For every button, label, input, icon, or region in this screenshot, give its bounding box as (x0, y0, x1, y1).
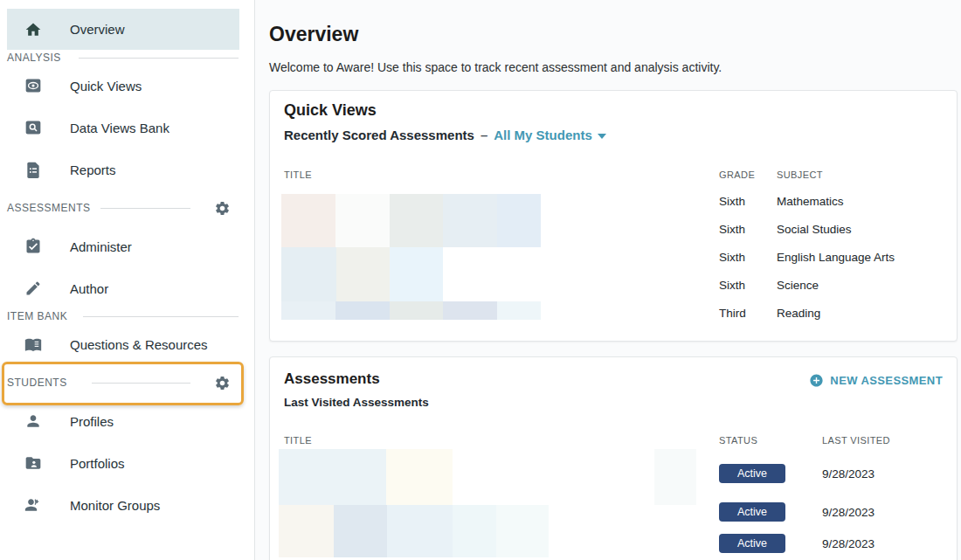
folder-person-icon (24, 454, 42, 472)
card-title: Quick Views (284, 101, 377, 120)
grade-cell: Sixth (719, 195, 777, 208)
section-divider (83, 316, 239, 317)
subject-cell: Reading (777, 307, 820, 320)
gear-icon[interactable] (214, 200, 231, 217)
column-header-grade: GRADE (719, 169, 755, 180)
new-assessment-label: NEW ASSESSMENT (830, 374, 943, 387)
section-divider (100, 208, 190, 209)
quick-views-card: Quick Views Recently Scored Assessments … (269, 90, 958, 342)
status-badge: Active (719, 502, 785, 522)
main-content: Overview Welcome to Aware! Use this spac… (255, 0, 961, 560)
section-label: ANALYSIS (7, 52, 61, 64)
assessments-card: Assessments Last Visited Assessments NEW… (269, 356, 958, 560)
redacted-block (281, 301, 335, 320)
column-header-subject: SUBJECT (777, 169, 823, 180)
book-icon (24, 335, 42, 353)
gear-icon[interactable] (214, 375, 231, 391)
sidebar-item-label: Portfolios (70, 456, 125, 471)
sidebar-item-data-views-bank[interactable]: Data Views Bank (0, 107, 245, 149)
redacted-block (390, 301, 443, 320)
subject-cell: Science (777, 279, 819, 292)
section-label: ASSESSMENTS (7, 202, 91, 214)
redacted-block (453, 505, 496, 557)
redacted-title-column (279, 449, 698, 559)
redacted-block (279, 449, 386, 505)
sidebar-item-author[interactable]: Author (0, 267, 245, 309)
chevron-down-icon (598, 134, 606, 139)
last-visited-cell: 9/28/2023 (822, 506, 875, 519)
card-subtitle: Recently Scored Assessments (284, 128, 474, 142)
redacted-title-column (281, 194, 543, 321)
redacted-block (497, 194, 541, 247)
column-header-title: TITLE (284, 169, 312, 180)
grade-cell: Third (719, 307, 777, 320)
sidebar-section-assessments: ASSESSMENTS (0, 190, 254, 225)
redacted-block (443, 194, 497, 247)
search-icon (24, 119, 42, 136)
grade-cell: Sixth (719, 279, 777, 292)
report-document-icon (24, 161, 42, 178)
redacted-block (281, 247, 336, 301)
grade-cell: Sixth (719, 223, 777, 236)
redacted-block (654, 449, 696, 505)
person-add-icon (24, 496, 42, 514)
page-title: Overview (269, 23, 358, 46)
sidebar-section-item-bank: ITEM BANK (0, 309, 254, 323)
sidebar-item-label: Monitor Groups (70, 498, 160, 513)
sidebar-item-label: Quick Views (70, 79, 142, 93)
status-badge: Active (719, 534, 785, 553)
redacted-block (386, 449, 453, 505)
column-header-last-visited: LAST VISITED (822, 435, 890, 446)
sidebar-item-monitor-groups[interactable]: Monitor Groups (0, 484, 245, 526)
sidebar-section-students: STUDENTS (0, 365, 254, 400)
sidebar-item-label: Profiles (70, 414, 114, 429)
sidebar-item-quick-views[interactable]: Quick Views (0, 65, 245, 107)
subtitle-separator: – (480, 128, 487, 142)
section-label: STUDENTS (7, 377, 67, 389)
home-icon (24, 21, 42, 38)
last-visited-cell: 9/28/2023 (822, 467, 875, 480)
sidebar-item-questions-resources[interactable]: Questions & Resources (0, 323, 245, 365)
sidebar-item-portfolios[interactable]: Portfolios (0, 442, 245, 484)
card-subtitle: Last Visited Assessments (284, 396, 429, 409)
redacted-block (390, 194, 443, 247)
status-badge: Active (719, 464, 785, 483)
redacted-block (497, 301, 541, 320)
clipboard-check-icon (24, 238, 42, 255)
sidebar-item-profiles[interactable]: Profiles (0, 400, 245, 442)
column-header-title: TITLE (284, 435, 312, 446)
sidebar-item-overview[interactable]: Overview (7, 9, 239, 50)
redacted-block (279, 505, 334, 557)
new-assessment-button[interactable]: NEW ASSESSMENT (809, 373, 943, 388)
redacted-block (335, 194, 390, 247)
redacted-block (281, 194, 335, 247)
sidebar-section-analysis: ANALYSIS (0, 50, 254, 65)
redacted-block (443, 301, 497, 320)
section-divider (79, 58, 239, 59)
card-title: Assessments (284, 370, 380, 388)
sidebar-item-label: Overview (70, 22, 125, 37)
subject-cell: English Language Arts (777, 251, 895, 264)
column-header-status: STATUS (719, 435, 757, 446)
sidebar-item-administer[interactable]: Administer (0, 225, 245, 267)
section-divider (92, 383, 190, 384)
sidebar-item-label: Data Views Bank (70, 121, 169, 135)
student-filter-dropdown[interactable]: All My Students (494, 128, 606, 142)
sidebar-item-reports[interactable]: Reports (0, 149, 245, 190)
section-label: ITEM BANK (7, 310, 67, 322)
welcome-text: Welcome to Aware! Use this space to trac… (269, 60, 722, 74)
filter-label: All My Students (494, 128, 592, 142)
redacted-block (334, 505, 387, 557)
eye-icon (24, 77, 42, 94)
sidebar-item-label: Author (70, 281, 108, 296)
redacted-block (335, 301, 390, 320)
grade-cell: Sixth (719, 251, 777, 264)
person-icon (24, 412, 42, 430)
pencil-icon (24, 280, 42, 297)
redacted-block (336, 247, 390, 301)
last-visited-cell: 9/28/2023 (822, 537, 875, 550)
redacted-block (496, 505, 549, 557)
sidebar: Overview ANALYSIS Quick Views Data Views… (0, 0, 255, 560)
redacted-block (387, 505, 453, 557)
plus-circle-icon (809, 373, 824, 388)
